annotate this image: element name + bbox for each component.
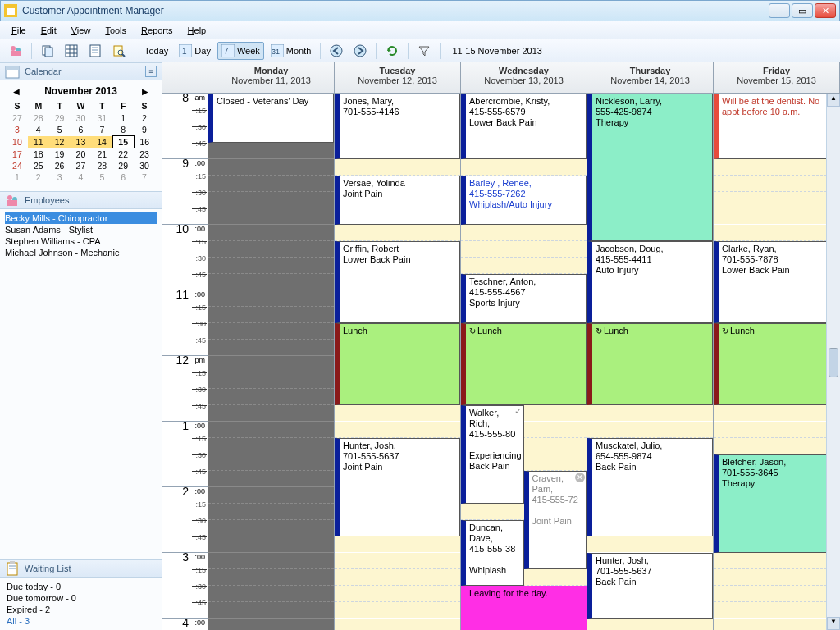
mini-cal-day[interactable]: 5 bbox=[49, 124, 71, 136]
appointment[interactable]: Nickleson, Larry,555-425-9874Therapy bbox=[587, 94, 713, 241]
mini-cal-day[interactable]: 7 bbox=[91, 124, 112, 136]
menu-tools[interactable]: Tools bbox=[98, 23, 133, 38]
employee-item[interactable]: Michael Johnson - Mechanic bbox=[5, 247, 157, 258]
mini-cal-day[interactable]: 12 bbox=[49, 136, 71, 148]
mini-cal-day[interactable]: 24 bbox=[7, 160, 28, 171]
appointment[interactable]: Closed - Veterans' Day bbox=[208, 94, 334, 143]
mini-cal-day[interactable]: 1 bbox=[7, 171, 28, 183]
mini-cal-day[interactable]: 28 bbox=[28, 112, 49, 124]
appointment[interactable]: Will be at the dentist. No appt before 1… bbox=[714, 94, 839, 159]
tb-filter-icon[interactable] bbox=[413, 42, 435, 60]
mini-cal-day[interactable]: 1 bbox=[112, 112, 134, 124]
appointment[interactable]: Teschner, Anton,415-555-4567Sports Injur… bbox=[461, 274, 587, 323]
mini-cal-day[interactable]: 14 bbox=[91, 136, 112, 148]
maximize-button[interactable]: ▭ bbox=[792, 3, 813, 18]
mini-cal-day[interactable]: 30 bbox=[134, 160, 155, 171]
mini-cal-day[interactable]: 13 bbox=[71, 136, 92, 148]
mini-cal-day[interactable]: 27 bbox=[7, 112, 28, 124]
mini-cal-day[interactable]: 31 bbox=[91, 112, 112, 124]
appointment[interactable]: ↻Lunch bbox=[587, 323, 713, 405]
mini-cal-day[interactable]: 25 bbox=[28, 160, 49, 171]
collapse-icon[interactable]: ≡ bbox=[145, 66, 157, 77]
day-header[interactable]: FridayNovember 15, 2013 bbox=[714, 62, 840, 93]
menu-help[interactable]: Help bbox=[181, 23, 213, 38]
mini-cal-day[interactable]: 15 bbox=[112, 136, 134, 148]
appointment[interactable]: Duncan, Dave,415-555-38Whiplash bbox=[461, 520, 524, 586]
mini-cal-day[interactable]: 17 bbox=[7, 148, 28, 161]
mini-cal-day[interactable]: 29 bbox=[49, 112, 71, 124]
scroll-down-icon[interactable]: ▼ bbox=[827, 617, 840, 630]
employee-item[interactable]: Susan Adams - Stylist bbox=[5, 224, 157, 235]
appointment[interactable]: Jacobson, Doug,415-555-4411Auto Injury bbox=[587, 241, 713, 323]
tb-report-icon[interactable] bbox=[84, 42, 106, 60]
mini-cal-day[interactable]: 6 bbox=[71, 124, 92, 136]
appointment[interactable]: Barley , Renee,415-555-7262Whiplash/Auto… bbox=[461, 176, 587, 225]
mini-cal-day[interactable]: 19 bbox=[49, 148, 71, 161]
tb-grid-icon[interactable] bbox=[61, 42, 82, 60]
mini-cal-day[interactable]: 9 bbox=[134, 124, 155, 136]
mini-cal-day[interactable]: 4 bbox=[28, 124, 49, 136]
day-column[interactable]: Will be at the dentist. No appt before 1… bbox=[714, 94, 840, 630]
mini-cal-day[interactable]: 30 bbox=[71, 112, 92, 124]
panel-calendar[interactable]: Calendar ≡ bbox=[0, 62, 162, 80]
mini-cal-day[interactable]: 5 bbox=[91, 171, 112, 183]
panel-waiting[interactable]: Waiting List bbox=[0, 559, 162, 578]
waiting-due-tomorrow[interactable]: Due tomorrow - 0 bbox=[7, 592, 155, 604]
appointment[interactable]: Craven, Pam,415-555-72Joint Pain✕ bbox=[524, 471, 587, 569]
tb-prev-icon[interactable] bbox=[326, 42, 347, 60]
menu-file[interactable]: File bbox=[5, 23, 33, 38]
menu-view[interactable]: View bbox=[65, 23, 98, 38]
appointment[interactable]: Griffin, RobertLower Back Pain bbox=[335, 241, 460, 323]
mini-cal-day[interactable]: 10 bbox=[7, 136, 28, 148]
waiting-all[interactable]: All - 3 bbox=[7, 615, 155, 627]
mini-cal-day[interactable]: 2 bbox=[134, 112, 155, 124]
appointment[interactable]: Bletcher, Jason,701-555-3645Therapy bbox=[714, 454, 839, 553]
appointment[interactable]: Hunter, Josh,701-555-5637Joint Pain bbox=[335, 438, 460, 536]
mini-cal-day[interactable]: 6 bbox=[112, 171, 134, 183]
day-header[interactable]: ThursdayNovember 14, 2013 bbox=[587, 62, 714, 93]
mini-cal-day[interactable]: 18 bbox=[28, 148, 49, 161]
vertical-scrollbar[interactable]: ▲ ▼ bbox=[826, 94, 840, 630]
day-column[interactable]: Jones, Mary,701-555-4146Versae, YolindaJ… bbox=[335, 94, 461, 630]
mini-cal-day[interactable]: 8 bbox=[112, 124, 134, 136]
day-header[interactable]: WednesdayNovember 13, 2013 bbox=[461, 62, 587, 93]
tb-find-icon[interactable] bbox=[108, 42, 130, 60]
minimize-button[interactable]: ─ bbox=[769, 3, 790, 18]
appointment[interactable]: Walker, Rich,415-555-80ExperiencingBack … bbox=[461, 405, 524, 504]
tb-month[interactable]: 31Month bbox=[267, 42, 316, 60]
mini-cal-day[interactable]: 22 bbox=[112, 148, 134, 161]
prev-month-icon[interactable]: ◀ bbox=[13, 87, 20, 96]
scroll-thumb[interactable] bbox=[829, 348, 838, 377]
tb-refresh-icon[interactable] bbox=[381, 42, 403, 60]
tb-today[interactable]: Today bbox=[140, 43, 172, 58]
day-column[interactable]: Closed - Veterans' Day bbox=[208, 94, 335, 630]
mini-cal-day[interactable]: 16 bbox=[134, 136, 155, 148]
appointment[interactable]: Jones, Mary,701-555-4146 bbox=[335, 94, 460, 159]
tb-day[interactable]: 1Day bbox=[175, 42, 215, 60]
mini-cal-day[interactable]: 11 bbox=[28, 136, 49, 148]
appointment[interactable]: Versae, YolindaJoint Pain bbox=[335, 176, 460, 225]
day-header[interactable]: MondayNovember 11, 2013 bbox=[208, 62, 335, 93]
appointment[interactable]: ↻Lunch bbox=[461, 323, 587, 405]
tb-week[interactable]: 7Week bbox=[217, 42, 264, 60]
menu-reports[interactable]: Reports bbox=[135, 23, 180, 38]
waiting-expired[interactable]: Expired - 2 bbox=[7, 604, 155, 615]
appointment[interactable]: ↻Lunch bbox=[714, 323, 839, 405]
tb-users-icon[interactable] bbox=[5, 42, 26, 60]
mini-cal-day[interactable]: 20 bbox=[71, 148, 92, 161]
appointment[interactable]: Abercrombie, Kristy,415-555-6579Lower Ba… bbox=[461, 94, 587, 159]
appointment[interactable]: Hunter, Josh,701-555-5637Back Pain bbox=[587, 553, 713, 619]
appointment[interactable]: Lunch bbox=[335, 323, 460, 405]
day-column[interactable]: Abercrombie, Kristy,415-555-6579Lower Ba… bbox=[461, 94, 587, 630]
close-icon[interactable]: ✕ bbox=[575, 472, 585, 482]
mini-cal-day[interactable]: 23 bbox=[134, 148, 155, 161]
day-column[interactable]: Nickleson, Larry,555-425-9874TherapyJaco… bbox=[587, 94, 714, 630]
mini-cal-day[interactable]: 29 bbox=[112, 160, 134, 171]
mini-cal-day[interactable]: 28 bbox=[91, 160, 112, 171]
day-header[interactable]: TuesdayNovember 12, 2013 bbox=[335, 62, 461, 93]
tb-next-icon[interactable] bbox=[349, 42, 371, 60]
appointment[interactable]: Leaving for the day. bbox=[461, 586, 587, 630]
mini-cal-day[interactable]: 3 bbox=[49, 171, 71, 183]
employee-item[interactable]: Becky Mills - Chiropractor bbox=[5, 212, 157, 224]
appointment[interactable]: Clarke, Ryan,701-555-7878Lower Back Pain bbox=[714, 241, 839, 323]
